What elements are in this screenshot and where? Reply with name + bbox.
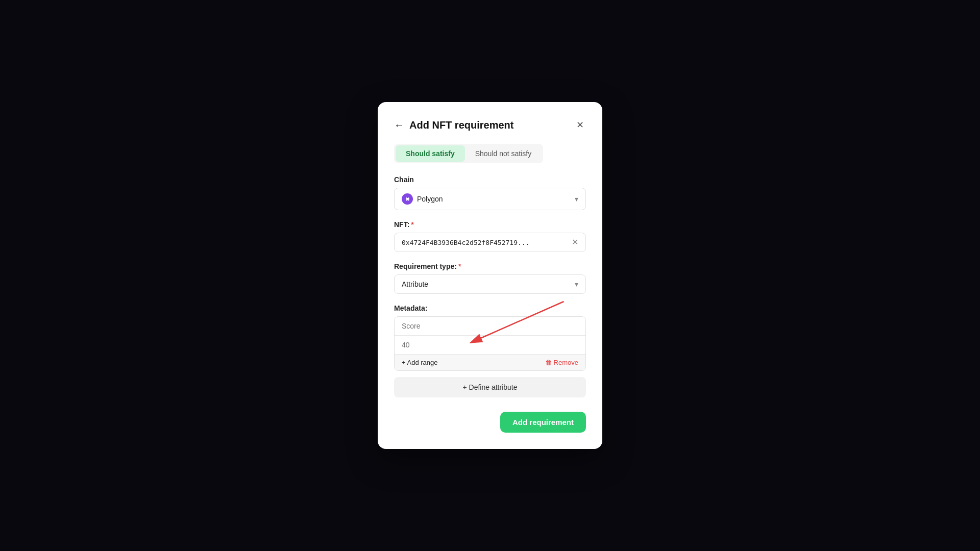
back-button[interactable]: ← — [394, 120, 404, 130]
requirement-type-value: Attribute — [402, 280, 428, 288]
nft-clear-button[interactable]: ✕ — [572, 238, 578, 246]
nft-required-star: * — [411, 220, 413, 229]
requirement-type-required-star: * — [458, 262, 461, 270]
satisfaction-toggle-group: Should satisfy Should not satisfy — [394, 144, 543, 163]
add-range-button[interactable]: + Add range — [402, 359, 437, 366]
requirement-type-label: Requirement type: * — [394, 262, 586, 270]
requirement-type-chevron-icon: ▾ — [575, 280, 578, 288]
requirement-type-select[interactable]: Attribute ▾ — [394, 274, 586, 294]
polygon-icon — [402, 193, 413, 205]
modal-title: Add NFT requirement — [409, 119, 513, 131]
metadata-value-input[interactable] — [395, 336, 585, 354]
chain-label: Chain — [394, 176, 586, 184]
chain-chevron-icon: ▾ — [575, 195, 578, 203]
define-attribute-button[interactable]: + Define attribute — [394, 377, 586, 397]
footer-row: Add requirement — [394, 412, 586, 433]
remove-button[interactable]: 🗑 Remove — [545, 359, 578, 366]
modal-header: ← Add NFT requirement ✕ — [394, 118, 586, 132]
chain-value: Polygon — [417, 195, 443, 203]
requirement-type-section: Requirement type: * Attribute ▾ — [394, 262, 586, 294]
nft-input-box[interactable]: 0x4724F4B3936B4c2d52f8F452719... ✕ — [394, 233, 586, 252]
metadata-box: + Add range 🗑 Remove — [394, 316, 586, 371]
chain-section: Chain Polygon ▾ — [394, 176, 586, 210]
metadata-label: Metadata: — [394, 304, 586, 312]
should-satisfy-button[interactable]: Should satisfy — [396, 145, 465, 162]
add-requirement-button[interactable]: Add requirement — [500, 412, 586, 433]
nft-label: NFT: * — [394, 220, 586, 229]
metadata-actions: + Add range 🗑 Remove — [395, 354, 585, 370]
chain-select[interactable]: Polygon ▾ — [394, 188, 586, 210]
close-button[interactable]: ✕ — [574, 118, 586, 132]
metadata-score-input[interactable] — [395, 317, 585, 336]
nft-address-value: 0x4724F4B3936B4c2d52f8F452719... — [402, 239, 529, 246]
nft-section: NFT: * 0x4724F4B3936B4c2d52f8F452719... … — [394, 220, 586, 252]
should-not-satisfy-button[interactable]: Should not satisfy — [465, 145, 542, 162]
trash-icon: 🗑 — [545, 359, 552, 366]
metadata-section: Metadata: + Add range 🗑 Remove — [394, 304, 586, 371]
